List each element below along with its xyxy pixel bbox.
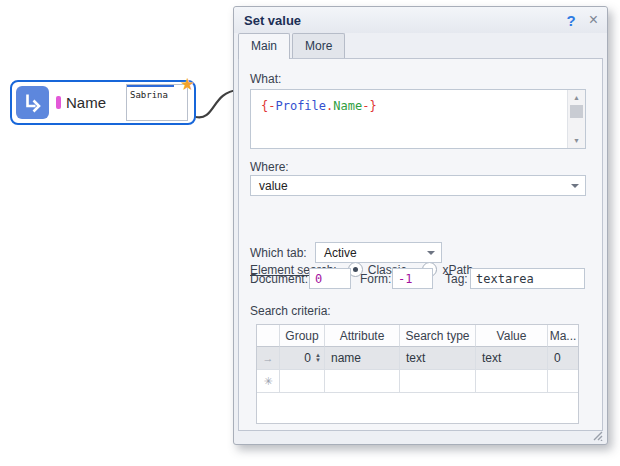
header-group[interactable]: Group — [280, 325, 325, 347]
new-search-type-cell[interactable] — [400, 370, 476, 393]
group-cell[interactable]: 0 ▲ ▼ — [280, 347, 325, 370]
scroll-thumb[interactable] — [570, 105, 583, 118]
code-open: {- — [261, 99, 275, 113]
header-attribute[interactable]: Attribute — [325, 325, 400, 347]
search-criteria-table: Group Attribute Search type Value Ma... … — [256, 324, 579, 424]
magenta-marker — [56, 96, 61, 109]
preview-topline — [127, 85, 174, 87]
new-attribute-cell[interactable] — [325, 370, 400, 393]
header-value[interactable]: Value — [476, 325, 548, 347]
tab-main[interactable]: Main — [238, 33, 290, 59]
dialog-title: Set value — [244, 13, 301, 28]
form-field[interactable]: -1 — [392, 268, 433, 289]
which-tab-label: Which tab: — [250, 246, 307, 260]
which-tab-combobox[interactable]: Active — [315, 242, 442, 263]
set-value-dialog: Set value ? × Main More What: {-Profile.… — [233, 6, 608, 445]
group-value: 0 — [304, 351, 311, 365]
header-search-type[interactable]: Search type — [400, 325, 476, 347]
what-code: {-Profile.Name-} — [251, 90, 585, 113]
what-label: What: — [250, 72, 281, 86]
header-selector — [257, 325, 280, 347]
tag-field[interactable]: textarea — [470, 268, 585, 289]
node-title: Name — [66, 94, 106, 111]
where-combobox[interactable]: value — [250, 175, 586, 196]
row-indicator-arrow-icon: → — [257, 347, 280, 370]
memo-scrollbar[interactable]: ▲ ▼ — [567, 90, 585, 148]
action-node-set-value[interactable]: Name Sabrina ★ — [10, 80, 196, 125]
where-label: Where: — [250, 160, 289, 174]
code-property: Name — [333, 99, 362, 113]
new-value-cell[interactable] — [476, 370, 548, 393]
preview-text: Sabrina — [127, 85, 187, 100]
chevron-down-icon — [427, 251, 435, 255]
where-value: value — [259, 179, 288, 193]
document-field[interactable]: 0 — [309, 268, 351, 289]
code-object: Profile — [275, 99, 326, 113]
spin-down-icon[interactable]: ▼ — [315, 358, 321, 363]
scroll-up-icon[interactable]: ▲ — [568, 91, 585, 104]
header-match[interactable]: Ma... — [548, 325, 578, 347]
help-icon[interactable]: ? — [566, 12, 575, 29]
scroll-down-icon[interactable]: ▼ — [568, 134, 585, 147]
flow-canvas: Name Sabrina ★ Set value ? × Main More W… — [0, 0, 620, 466]
value-cell[interactable]: text — [476, 347, 548, 370]
value-preview-box[interactable]: Sabrina ★ — [126, 84, 188, 121]
new-match-cell[interactable] — [548, 370, 578, 393]
tab-more[interactable]: More — [292, 33, 345, 58]
star-icon: ★ — [180, 76, 195, 93]
what-textarea[interactable]: {-Profile.Name-} ▲ ▼ — [250, 89, 586, 149]
search-type-cell[interactable]: text — [400, 347, 476, 370]
attribute-cell[interactable]: name — [325, 347, 400, 370]
set-value-arrow-icon — [16, 86, 49, 119]
match-cell[interactable]: 0 — [548, 347, 578, 370]
form-label: Form: — [360, 272, 391, 286]
new-row-indicator-icon: ✳ — [257, 370, 280, 393]
new-group-cell[interactable] — [280, 370, 325, 393]
dialog-titlebar[interactable]: Set value ? × — [234, 7, 607, 33]
resize-grip[interactable] — [591, 429, 603, 441]
table-empty-area — [257, 393, 578, 423]
group-spinner[interactable]: ▲ ▼ — [315, 353, 321, 363]
tag-label: Tag: — [445, 272, 468, 286]
code-close: -} — [362, 99, 376, 113]
close-icon[interactable]: × — [589, 12, 598, 28]
chevron-down-icon — [571, 184, 579, 188]
tab-bar: Main More — [238, 33, 347, 58]
which-tab-value: Active — [324, 246, 357, 260]
document-label: Document: — [250, 272, 308, 286]
search-criteria-label: Search criteria: — [250, 304, 331, 318]
main-tab-panel: What: {-Profile.Name-} ▲ ▼ Where: value … — [238, 58, 603, 431]
